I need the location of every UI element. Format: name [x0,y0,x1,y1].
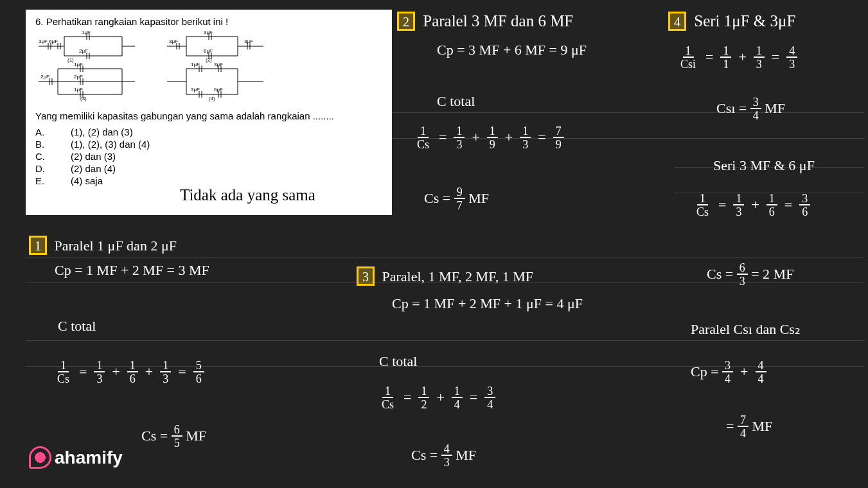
circuit-diagrams: 3μF 6μF 1μF 2μF (1) 2μF 1μF 2μF 1μF (3) [35,30,382,104]
sol4-csi: Csı = 34 MF [716,96,785,123]
problem-title: 6. Perhatikan rangkaian kapasitor beriku… [35,16,382,27]
box-2: 2 [397,12,415,31]
sol2-equation: 1Cs = 13 + 19 + 13 = 79 [414,125,564,152]
pahamify-logo: ahamify [29,446,123,469]
option-b: B. (1), (2), (3) dan (4) [35,139,382,150]
sol2-result: Cs = 97 MF [424,186,489,213]
box-4: 4 [668,12,686,31]
sol4-eq2: 1Cs = 13 + 16 = 36 [694,193,810,220]
sol4-final: = 74 MF [726,414,772,441]
problem-box: 6. Perhatikan rangkaian kapasitor beriku… [26,10,392,215]
sol3-line2: Cp = 1 MF + 2 MF + 1 μF = 4 μF [392,295,583,312]
solution-2: 2 Paralel 3 MF dan 6 MF [397,12,573,31]
logo-icon [29,446,51,469]
option-d: D. (2) dan (4) [35,163,382,174]
sol4-eq1: 1Csi = 11 + 13 = 43 [678,45,797,72]
sol2-ctotal: C total [437,93,475,110]
box-1: 1 [29,236,47,255]
sol4-cp: Cp = 34 + 44 [691,360,766,387]
sol4-line3: Paralel Csı dan Cs₂ [691,321,801,338]
solution-3: 3 Paralel, 1 MF, 2 MF, 1 MF [357,266,533,286]
sol1-result: Cs = 65 MF [141,424,206,451]
option-e: E. (4) saja [35,175,382,186]
sol3-result: Cs = 43 MF [411,443,476,470]
sol1-ctotal: C total [58,318,96,335]
solution-1: 1 Paralel 1 μF dan 2 μF [29,236,177,255]
option-a: A. (1), (2) dan (3) [35,126,382,137]
option-c: C. (2) dan (3) [35,151,382,162]
logo-text: ahamify [55,448,123,468]
sol3-ctotal: C total [379,353,417,370]
solution-4: 4 Seri 1μF & 3μF [668,12,795,31]
annotation-no-same: Tidak ada yang sama [180,186,315,204]
sol3-equation: 1Cs = 12 + 14 = 34 [379,385,495,412]
box-3: 3 [357,266,375,286]
question-text: Yang memiliki kapasitas gabungan yang sa… [35,110,382,121]
sol1-line2: Cp = 1 MF + 2 MF = 3 MF [55,262,209,279]
options-list: A. (1), (2) dan (3) B. (1), (2), (3) dan… [35,126,382,186]
sol1-equation: 1Cs = 13 + 16 + 13 = 56 [55,360,204,387]
sol4-line2: Seri 3 MF & 6 μF [713,157,815,174]
sol4-cs2: Cs = 63 = 2 MF [707,262,793,289]
sol2-line2: Cp = 3 MF + 6 MF = 9 μF [437,42,587,58]
